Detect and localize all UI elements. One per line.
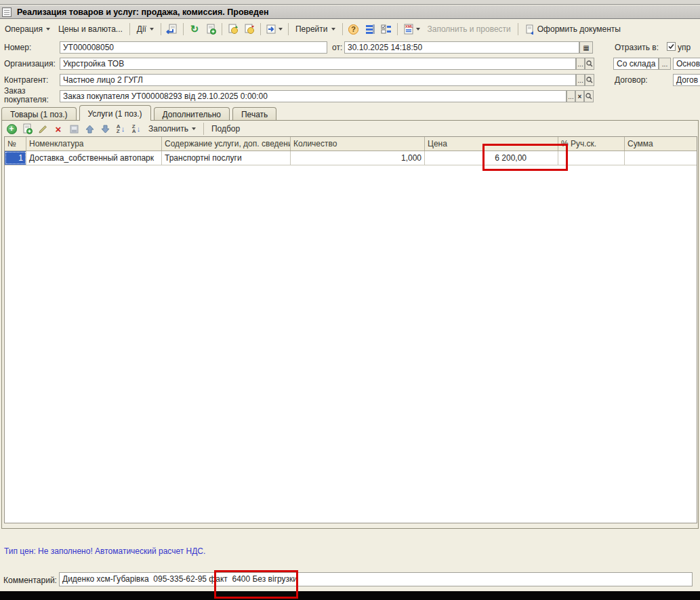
comment-input[interactable]: Диденко хсм-Губарівка 095-335-62-95 факт… bbox=[59, 572, 693, 586]
order-open-button[interactable] bbox=[584, 90, 594, 102]
pick-label: Подбор bbox=[211, 124, 240, 134]
toolbar-separator bbox=[397, 23, 398, 35]
help-icon[interactable]: ? bbox=[346, 22, 361, 37]
window-title: Реализация товаров и услуг: продажа, ком… bbox=[17, 7, 268, 17]
pick-button[interactable]: Подбор bbox=[208, 122, 243, 136]
contract-input[interactable]: Догов bbox=[673, 74, 700, 86]
order-clear-button[interactable]: × bbox=[575, 90, 584, 102]
date-label: от: bbox=[332, 43, 342, 52]
comment-label: Комментарий: bbox=[3, 576, 57, 585]
chevron-down-icon bbox=[416, 28, 420, 31]
services-tab-panel: + × AZ↓ ZA↓ Заполнить Подбор bbox=[1, 120, 699, 529]
col-header-service: Содержание услуги, доп. сведения bbox=[162, 137, 291, 151]
title-bar: Реализация товаров и услуг: продажа, ком… bbox=[0, 5, 700, 19]
tab-additional[interactable]: Дополнительно bbox=[154, 107, 230, 121]
warehouse-mode-input[interactable]: Со склада bbox=[613, 58, 659, 70]
date-input[interactable]: 30.10.2025 14:18:50 bbox=[344, 41, 579, 54]
list-columns-icon[interactable] bbox=[379, 22, 394, 37]
export-document-icon[interactable] bbox=[264, 22, 285, 37]
fill-and-post-button[interactable]: Заполнить и провести bbox=[424, 22, 514, 36]
customer-order-label-line2: покупателя: bbox=[4, 95, 49, 104]
organization-open-button[interactable] bbox=[585, 58, 594, 70]
reflect-in-label: Отразить в: bbox=[615, 43, 659, 52]
tab-strip: Товары (1 поз.) Услуги (1 поз.) Дополнит… bbox=[1, 105, 279, 121]
toolbar-separator bbox=[518, 23, 518, 35]
nomenclature-cell[interactable]: Доставка_собственный автопарк bbox=[26, 151, 162, 165]
tab-services[interactable]: Услуги (1 поз.) bbox=[79, 105, 151, 121]
edit-icon[interactable] bbox=[36, 122, 49, 136]
table-row[interactable]: 1 Доставка_собственный автопарк Транспор… bbox=[5, 151, 697, 165]
goto-button[interactable]: Перейти bbox=[292, 22, 339, 36]
magnifier-icon bbox=[585, 93, 592, 100]
make-documents-label: Оформить документы bbox=[537, 24, 621, 34]
organization-select-button[interactable]: ... bbox=[576, 58, 585, 70]
move-up-icon[interactable] bbox=[83, 122, 96, 136]
chevron-down-icon bbox=[192, 127, 196, 130]
actions-button[interactable]: Дії bbox=[133, 22, 157, 36]
money-in-icon[interactable] bbox=[226, 22, 241, 37]
tab-goods[interactable]: Товары (1 поз.) bbox=[1, 107, 77, 121]
magnifier-icon bbox=[586, 77, 593, 83]
post-document-icon[interactable] bbox=[165, 22, 180, 37]
refresh-icon[interactable]: ↻ bbox=[187, 22, 202, 37]
customer-order-label: Заказ покупателя: bbox=[4, 87, 49, 104]
warehouse-input[interactable]: Основ bbox=[673, 58, 700, 70]
row-number-cell[interactable]: 1 bbox=[5, 151, 26, 165]
number-input[interactable]: УТ000008050 bbox=[60, 41, 327, 54]
organization-input[interactable]: Укрстройка ТОВ bbox=[60, 58, 576, 70]
prices-currency-button[interactable]: Цены и валюта... bbox=[55, 22, 126, 36]
qty-cell[interactable]: 1,000 bbox=[291, 151, 425, 165]
fill-and-post-label: Заполнить и провести bbox=[428, 24, 511, 34]
make-documents-button[interactable]: Оформить документы bbox=[522, 22, 624, 37]
copy-icon[interactable] bbox=[20, 122, 34, 136]
chevron-down-icon bbox=[279, 28, 283, 31]
reflect-upr-label: упр bbox=[678, 43, 691, 52]
check-icon bbox=[667, 43, 675, 50]
chevron-down-icon bbox=[46, 28, 50, 31]
warehouse-mode-select-button[interactable]: ... bbox=[659, 58, 671, 70]
sum-cell[interactable] bbox=[625, 151, 697, 165]
tab-print[interactable]: Печать bbox=[232, 107, 276, 121]
add-icon[interactable]: + bbox=[5, 122, 18, 136]
move-down-icon[interactable] bbox=[98, 122, 112, 136]
chevron-down-icon bbox=[150, 28, 154, 31]
xml-exchange-icon[interactable]: XML bbox=[401, 22, 423, 37]
toolbar-separator bbox=[183, 23, 184, 35]
delete-icon[interactable]: × bbox=[52, 122, 65, 136]
customer-order-input[interactable]: Заказ покупателя УТ000008293 від 29.10.2… bbox=[60, 90, 567, 102]
table-command-bar: + × AZ↓ ZA↓ Заполнить Подбор bbox=[3, 121, 243, 136]
contractor-input[interactable]: Частное лицо 2 ГУГЛ bbox=[60, 74, 576, 86]
toolbar-separator bbox=[260, 23, 261, 35]
discount-cell[interactable] bbox=[558, 151, 625, 165]
make-documents-icon bbox=[525, 24, 535, 35]
table-header-row: № Номенклатура Содержание услуги, доп. с… bbox=[5, 137, 697, 151]
toolbar-separator bbox=[129, 23, 130, 35]
money-out-icon[interactable] bbox=[242, 22, 257, 37]
organization-label: Организация: bbox=[4, 59, 56, 68]
comment-highlight-box bbox=[214, 570, 298, 599]
col-header-nomenclature: Номенклатура bbox=[26, 137, 162, 151]
order-select-button[interactable]: ... bbox=[567, 90, 575, 102]
new-copy-icon[interactable] bbox=[203, 22, 218, 37]
price-type-notice: Тип цен: Не заполнено! Автоматический ра… bbox=[4, 546, 205, 556]
service-cell[interactable]: Транспортні послуги bbox=[162, 151, 291, 165]
contractor-select-button[interactable]: ... bbox=[576, 74, 585, 86]
number-label: Номер: bbox=[4, 43, 31, 52]
contractor-open-button[interactable] bbox=[585, 74, 594, 86]
reflect-upr-checkbox[interactable] bbox=[667, 42, 676, 51]
magnifier-icon bbox=[586, 60, 593, 67]
main-toolbar: Операция Цены и валюта... Дії ↻ Перейти … bbox=[0, 20, 700, 39]
price-highlight-box bbox=[482, 144, 568, 171]
list-settings-icon[interactable] bbox=[363, 22, 377, 37]
toolbar-separator bbox=[161, 23, 161, 35]
finish-edit-icon[interactable] bbox=[67, 122, 81, 136]
services-table: № Номенклатура Содержание услуги, доп. с… bbox=[4, 136, 697, 523]
sort-asc-icon[interactable]: AZ↓ bbox=[114, 122, 127, 136]
operation-button[interactable]: Операция bbox=[1, 22, 54, 36]
col-header-discount: % Руч.ск. bbox=[558, 137, 625, 151]
calendar-button[interactable]: ▦ bbox=[579, 41, 593, 54]
toolbar-separator bbox=[222, 23, 222, 35]
sort-desc-icon[interactable]: ZA↓ bbox=[129, 122, 143, 136]
goto-label: Перейти bbox=[295, 24, 328, 34]
fill-button[interactable]: Заполнить bbox=[145, 122, 199, 136]
